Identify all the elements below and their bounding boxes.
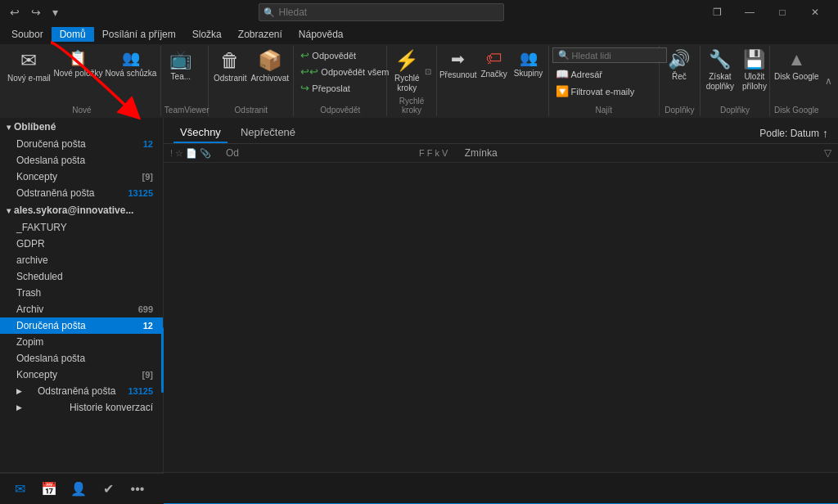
sort-label: Podle: Datum: [759, 128, 819, 139]
forward-label: Přeposlat: [312, 83, 349, 93]
menu-soubor[interactable]: Soubor: [3, 27, 52, 42]
people-search-box[interactable]: 🔍: [552, 47, 667, 63]
sidebar-item-koncepty-account[interactable]: Koncepty [9]: [0, 367, 163, 383]
nav-calendar-button[interactable]: 📅: [36, 476, 62, 502]
delete-button[interactable]: 🗑 Odstranit: [212, 47, 248, 85]
sidebar-item-zopim[interactable]: Zopim: [0, 334, 163, 350]
ribbon-group-odstranit: 🗑 Odstranit 📦 Archivovat Odstranit: [209, 46, 294, 116]
nav-people-button[interactable]: 👤: [65, 476, 92, 502]
main-layout: ▾ Oblíbené Doručená pošta 12 Odeslaná po…: [0, 118, 838, 472]
tab-vsechny[interactable]: Všechny: [173, 123, 228, 143]
save-attachments-button[interactable]: 💾 Uložitpřílohy: [738, 47, 771, 93]
sidebar-scrollbar[interactable]: [161, 327, 164, 393]
sidebar-item-label: Odstraněná pošta: [38, 385, 115, 397]
menu-domu[interactable]: Domů: [52, 27, 94, 42]
ribbon-group-najit-label: Najít: [552, 104, 656, 115]
reply-all-label: Odpovědět všem: [321, 67, 389, 77]
menubar: Soubor Domů Posílání a příjem Složka Zob…: [0, 25, 838, 44]
sort-control[interactable]: Podle: Datum ↑: [759, 127, 828, 140]
close-button[interactable]: ✕: [799, 0, 831, 25]
ribbon-collapse-button[interactable]: ∧: [823, 46, 835, 116]
menu-napoveda[interactable]: Nápověda: [291, 27, 352, 42]
forward-button[interactable]: ↪: [28, 4, 44, 20]
new-items-button[interactable]: 📋 Nové položky: [53, 47, 103, 80]
sidebar-item-koncepty-oblibena[interactable]: Koncepty [9]: [0, 169, 163, 185]
window-controls: ❐ — □ ✕: [701, 0, 831, 25]
archive-icon: 📦: [258, 49, 282, 72]
sidebar: ▾ Oblíbené Doručená pošta 12 Odeslaná po…: [0, 118, 164, 472]
groups-button[interactable]: 👥 Skupiny: [512, 47, 545, 80]
nav-more-button[interactable]: •••: [124, 476, 151, 502]
sidebar-item-gdpr[interactable]: GDPR: [0, 236, 163, 252]
sidebar-item-odstranena-account[interactable]: ▶ Odstraněná pošta 13125: [0, 383, 163, 399]
sidebar-item-label: _FAKTURY: [16, 222, 67, 233]
ribbon-group-move: ➡ Přesunout 🏷 Značky 👥 Skupiny: [437, 46, 549, 116]
sidebar-item-odeslana-account[interactable]: Odeslaná pošta: [0, 350, 163, 367]
speech-icon: 🔊: [668, 49, 690, 70]
ribbon-group-rec-label: Doplňky: [663, 104, 696, 115]
sidebar-item-archive[interactable]: archive: [0, 252, 163, 268]
sidebar-item-historie[interactable]: ▶ Historie konverzací: [0, 399, 163, 416]
new-email-button[interactable]: ✉ Nový e-mail: [7, 47, 52, 85]
minimize-button[interactable]: —: [733, 0, 766, 25]
content-spacer: [164, 473, 838, 503]
get-addins-button[interactable]: 🔧 Získatdoplňky: [704, 47, 737, 93]
quick-steps-expand-icon[interactable]: ⊡: [425, 67, 431, 76]
address-book-button[interactable]: 📖 Adresář: [552, 66, 638, 82]
tags-button[interactable]: 🏷 Značky: [478, 47, 511, 81]
speech-button[interactable]: 🔊 Řeč: [663, 47, 696, 83]
ribbon-group-nove-label: Nové: [7, 104, 157, 115]
people-search-input[interactable]: [572, 51, 662, 61]
sidebar-item-scheduled[interactable]: Scheduled: [0, 268, 163, 285]
disk-google-button[interactable]: ▲ Disk Google: [773, 47, 819, 83]
sidebar-item-trash[interactable]: Trash: [0, 285, 163, 301]
sidebar-item-label: Zopim: [16, 336, 43, 348]
sidebar-item-archiv[interactable]: Archiv 699: [0, 301, 163, 317]
ribbon-group-teamviewer: 📺 Tea... TeamViewer: [161, 46, 210, 116]
teamviewer-button[interactable]: 📺 Tea...: [164, 47, 197, 83]
menu-slozka[interactable]: Složka: [184, 27, 230, 42]
quick-steps-button[interactable]: ⚡ Rychlékroky: [390, 47, 423, 95]
menu-posilani[interactable]: Posílání a příjem: [94, 27, 184, 42]
sidebar-item-dorucena-account[interactable]: Doručená pošta 12: [0, 317, 163, 334]
move-button[interactable]: ➡ Přesunout: [440, 47, 476, 82]
header-from: Od: [226, 147, 403, 159]
sidebar-item-dorucena-oblibena[interactable]: Doručená pošta 12: [0, 136, 163, 152]
maximize-button[interactable]: □: [766, 0, 799, 25]
filter-icon[interactable]: ▽: [824, 147, 831, 159]
titlebar-search-input[interactable]: [259, 3, 504, 21]
reply-all-button[interactable]: ↩↩ Odpovědět všem: [297, 64, 392, 79]
account-header[interactable]: ▾ ales.sykora@innovative...: [0, 201, 163, 219]
new-meeting-button[interactable]: 👥 Nová schůzka: [105, 47, 157, 80]
content-tabs: Všechny Nepřečtené Podle: Datum ↑: [164, 118, 838, 144]
ribbon-group-disk-google: ▲ Disk Google Disk Google: [770, 46, 822, 116]
email-list: [164, 163, 838, 472]
sidebar-item-odstranena-oblibena[interactable]: Odstraněná pošta 13125: [0, 185, 163, 201]
new-items-icon: 📋: [69, 49, 87, 67]
archive-button[interactable]: 📦 Archivovat: [250, 47, 290, 85]
header-icons: ! ☆ 📄 📎: [170, 148, 219, 159]
ribbon-group-addins: 🔧 Získatdoplňky 💾 Uložitpřílohy Doplňky: [701, 46, 770, 116]
restore-button[interactable]: ❐: [701, 0, 733, 25]
ribbon-reply-group: ↩ Odpovědět ↩↩ Odpovědět všem ↪ Přeposla…: [297, 47, 392, 96]
reply-button[interactable]: ↩ Odpovědět: [297, 47, 392, 63]
sidebar-item-odeslana-oblibena[interactable]: Odeslaná pošta: [0, 152, 163, 169]
nav-tasks-button[interactable]: ✔: [95, 476, 121, 502]
sort-direction-icon[interactable]: ↑: [822, 127, 828, 140]
sidebar-item-badge: 13125: [128, 386, 153, 396]
sidebar-item-label: Odstraněná pošta: [16, 187, 94, 199]
header-flags: F F k V: [409, 148, 458, 158]
ribbon-group-teamviewer-label: TeamViewer: [164, 104, 205, 115]
forward-button[interactable]: ↪ Přeposlat: [297, 80, 392, 96]
filter-email-button[interactable]: 🔽 Filtrovat e-maily: [552, 83, 638, 99]
sidebar-item-faktury[interactable]: _FAKTURY: [0, 219, 163, 236]
tab-neprecene[interactable]: Nepřečtené: [234, 123, 302, 143]
menu-zobrazeni[interactable]: Zobrazení: [230, 27, 291, 42]
get-addins-icon: 🔧: [709, 49, 731, 70]
nav-mail-button[interactable]: ✉: [7, 476, 33, 502]
favorites-header[interactable]: ▾ Oblíbené: [0, 118, 163, 136]
account-chevron-icon: ▾: [7, 206, 11, 215]
back-button[interactable]: ↩: [7, 4, 23, 20]
more-button[interactable]: ▾: [49, 4, 61, 20]
forward-icon: ↪: [300, 82, 309, 94]
